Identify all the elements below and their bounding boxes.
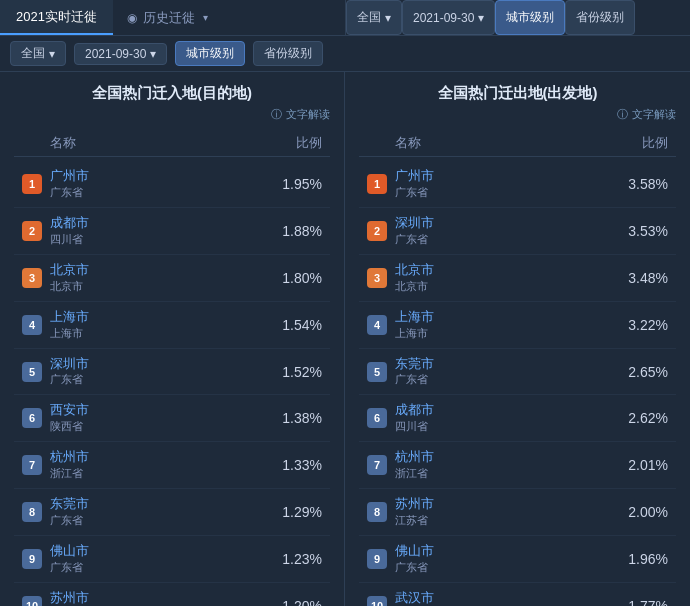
main-content: 全国热门迁入地(目的地) ⓘ 文字解读 名称 比例 1 广州市 广东省 1.95… <box>0 72 690 606</box>
city-name[interactable]: 佛山市 <box>395 543 613 560</box>
right-table-header: 名称 比例 <box>359 130 676 157</box>
table-row: 1 广州市 广东省 3.58% <box>359 161 676 208</box>
ratio-value: 2.65% <box>613 364 668 380</box>
table-row: 2 深圳市 广东省 3.53% <box>359 208 676 255</box>
city-info: 北京市 北京市 <box>395 262 613 294</box>
province-name: 北京市 <box>50 279 267 294</box>
city-name[interactable]: 东莞市 <box>395 356 613 373</box>
rank-badge: 5 <box>22 362 42 382</box>
city-name[interactable]: 北京市 <box>50 262 267 279</box>
city-name[interactable]: 深圳市 <box>50 356 267 373</box>
table-row: 2 成都市 四川省 1.88% <box>14 208 330 255</box>
city-name[interactable]: 西安市 <box>50 402 267 419</box>
city-name[interactable]: 上海市 <box>50 309 267 326</box>
province-level-btn[interactable]: 省份级别 <box>253 41 323 66</box>
ratio-value: 2.00% <box>613 504 668 520</box>
city-info: 佛山市 广东省 <box>50 543 267 575</box>
filter-bar-left: 全国 ▾ 2021-09-30 ▾ 城市级别 省份级别 <box>10 41 341 66</box>
rank-badge: 7 <box>22 455 42 475</box>
region-btn[interactable]: 全国 ▾ <box>10 41 66 66</box>
city-name[interactable]: 杭州市 <box>50 449 267 466</box>
dropdown-arrow-icon: ▾ <box>49 47 55 61</box>
rank-badge: 4 <box>22 315 42 335</box>
city-info: 东莞市 广东省 <box>395 356 613 388</box>
city-info: 武汉市 湖北省 <box>395 590 613 606</box>
province-name: 陕西省 <box>50 419 267 434</box>
city-name[interactable]: 上海市 <box>395 309 613 326</box>
city-name[interactable]: 武汉市 <box>395 590 613 606</box>
date-btn[interactable]: 2021-09-30 ▾ <box>74 43 167 65</box>
city-name[interactable]: 成都市 <box>395 402 613 419</box>
right-region-btn[interactable]: 全国 ▾ <box>346 0 402 35</box>
table-row: 3 北京市 北京市 1.80% <box>14 255 330 302</box>
left-text-explain[interactable]: ⓘ 文字解读 <box>14 107 330 122</box>
rank-badge: 9 <box>22 549 42 569</box>
city-name[interactable]: 广州市 <box>50 168 267 185</box>
right-panel-title: 全国热门迁出地(出发地) <box>359 84 676 103</box>
clock-icon: ◉ <box>127 11 137 25</box>
right-nav: 全国 ▾ 2021-09-30 ▾ 城市级别 省份级别 <box>345 0 690 35</box>
city-name[interactable]: 苏州市 <box>50 590 267 606</box>
rank-badge: 2 <box>367 221 387 241</box>
ratio-value: 3.58% <box>613 176 668 192</box>
city-info: 成都市 四川省 <box>50 215 267 247</box>
right-header-name: 名称 <box>395 134 421 152</box>
tab-history[interactable]: ◉ 历史迁徙 ▾ <box>113 0 222 35</box>
right-header-ratio: 比例 <box>642 134 668 152</box>
tab-history-label: 历史迁徙 <box>143 9 195 27</box>
rank-badge: 1 <box>367 174 387 194</box>
city-name[interactable]: 成都市 <box>50 215 267 232</box>
dropdown-arrow-icon: ▾ <box>150 47 156 61</box>
dropdown-arrow-icon: ▾ <box>385 11 391 25</box>
rank-badge: 6 <box>367 408 387 428</box>
tab-realtime[interactable]: 2021实时迁徙 <box>0 0 113 35</box>
city-info: 苏州市 江苏省 <box>50 590 267 606</box>
table-row: 8 苏州市 江苏省 2.00% <box>359 489 676 536</box>
province-name: 广东省 <box>395 185 613 200</box>
city-info: 深圳市 广东省 <box>50 356 267 388</box>
ratio-value: 1.23% <box>267 551 322 567</box>
city-name[interactable]: 深圳市 <box>395 215 613 232</box>
province-name: 上海市 <box>395 326 613 341</box>
city-name[interactable]: 东莞市 <box>50 496 267 513</box>
province-name: 四川省 <box>50 232 267 247</box>
table-row: 6 成都市 四川省 2.62% <box>359 395 676 442</box>
province-name: 江苏省 <box>395 513 613 528</box>
table-row: 9 佛山市 广东省 1.96% <box>359 536 676 583</box>
ratio-value: 1.95% <box>267 176 322 192</box>
right-text-explain[interactable]: ⓘ 文字解读 <box>359 107 676 122</box>
ratio-value: 3.53% <box>613 223 668 239</box>
province-name: 广东省 <box>50 185 267 200</box>
province-name: 浙江省 <box>395 466 613 481</box>
rank-badge: 2 <box>22 221 42 241</box>
rank-badge: 8 <box>367 502 387 522</box>
city-info: 苏州市 江苏省 <box>395 496 613 528</box>
left-table-header: 名称 比例 <box>14 130 330 157</box>
table-row: 6 西安市 陕西省 1.38% <box>14 395 330 442</box>
ratio-value: 1.54% <box>267 317 322 333</box>
rank-badge: 10 <box>22 596 42 606</box>
right-province-level-btn[interactable]: 省份级别 <box>565 0 635 35</box>
table-row: 1 广州市 广东省 1.95% <box>14 161 330 208</box>
table-row: 10 武汉市 湖北省 1.77% <box>359 583 676 606</box>
city-name[interactable]: 北京市 <box>395 262 613 279</box>
city-name[interactable]: 佛山市 <box>50 543 267 560</box>
ratio-value: 1.38% <box>267 410 322 426</box>
table-row: 3 北京市 北京市 3.48% <box>359 255 676 302</box>
city-info: 广州市 广东省 <box>395 168 613 200</box>
explain-label: 文字解读 <box>286 107 330 122</box>
right-city-level-btn[interactable]: 城市级别 <box>495 0 565 35</box>
ratio-value: 3.48% <box>613 270 668 286</box>
city-name[interactable]: 杭州市 <box>395 449 613 466</box>
province-name: 广东省 <box>395 372 613 387</box>
city-name[interactable]: 苏州市 <box>395 496 613 513</box>
table-row: 7 杭州市 浙江省 2.01% <box>359 442 676 489</box>
right-date-btn[interactable]: 2021-09-30 ▾ <box>402 0 495 35</box>
ratio-value: 1.33% <box>267 457 322 473</box>
ratio-value: 1.80% <box>267 270 322 286</box>
province-name: 北京市 <box>395 279 613 294</box>
left-header-ratio: 比例 <box>296 134 322 152</box>
city-level-btn[interactable]: 城市级别 <box>175 41 245 66</box>
right-panel: 全国热门迁出地(出发地) ⓘ 文字解读 名称 比例 1 广州市 广东省 3.58… <box>345 72 690 606</box>
city-name[interactable]: 广州市 <box>395 168 613 185</box>
